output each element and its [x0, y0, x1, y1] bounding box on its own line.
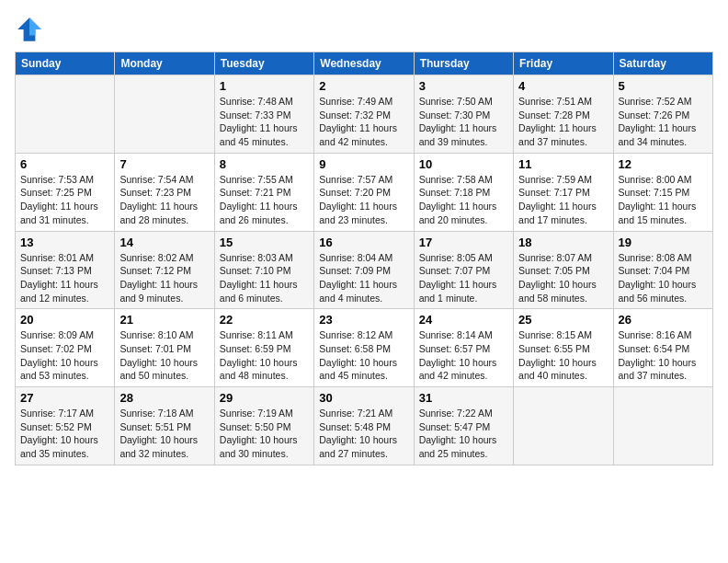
day-header-sunday: Sunday — [16, 52, 115, 75]
calendar-cell: 25Sunrise: 8:15 AM Sunset: 6:55 PM Dayli… — [514, 309, 613, 387]
calendar-cell: 12Sunrise: 8:00 AM Sunset: 7:15 PM Dayli… — [613, 153, 712, 231]
calendar-cell: 14Sunrise: 8:02 AM Sunset: 7:12 PM Dayli… — [115, 231, 214, 309]
calendar-cell: 28Sunrise: 7:18 AM Sunset: 5:51 PM Dayli… — [115, 387, 214, 465]
day-info: Sunrise: 8:01 AM Sunset: 7:13 PM Dayligh… — [20, 251, 109, 305]
day-info: Sunrise: 7:53 AM Sunset: 7:25 PM Dayligh… — [20, 173, 109, 227]
day-number: 24 — [419, 313, 508, 327]
day-info: Sunrise: 7:19 AM Sunset: 5:50 PM Dayligh… — [220, 407, 309, 461]
day-number: 17 — [419, 236, 508, 249]
day-info: Sunrise: 8:07 AM Sunset: 7:05 PM Dayligh… — [518, 251, 608, 305]
calendar-cell: 17Sunrise: 8:05 AM Sunset: 7:07 PM Dayli… — [414, 231, 513, 309]
day-info: Sunrise: 8:15 AM Sunset: 6:55 PM Dayligh… — [518, 328, 608, 383]
week-row-5: 27Sunrise: 7:17 AM Sunset: 5:52 PM Dayli… — [16, 387, 713, 465]
day-number: 16 — [319, 236, 408, 249]
week-row-3: 13Sunrise: 8:01 AM Sunset: 7:13 PM Dayli… — [16, 231, 713, 309]
calendar-cell — [514, 387, 613, 465]
day-number: 13 — [20, 236, 109, 249]
calendar-cell — [115, 75, 214, 154]
day-header-wednesday: Wednesday — [314, 52, 414, 75]
day-number: 9 — [319, 157, 408, 171]
calendar-cell: 18Sunrise: 8:07 AM Sunset: 7:05 PM Dayli… — [514, 231, 613, 309]
day-number: 10 — [419, 157, 508, 171]
day-info: Sunrise: 7:48 AM Sunset: 7:33 PM Dayligh… — [220, 95, 309, 149]
day-info: Sunrise: 8:12 AM Sunset: 6:58 PM Dayligh… — [319, 328, 408, 383]
calendar-cell: 3Sunrise: 7:50 AM Sunset: 7:30 PM Daylig… — [414, 75, 513, 154]
day-number: 21 — [119, 313, 209, 327]
day-info: Sunrise: 8:11 AM Sunset: 6:59 PM Dayligh… — [220, 328, 309, 383]
day-info: Sunrise: 7:55 AM Sunset: 7:21 PM Dayligh… — [220, 173, 309, 227]
calendar-cell: 9Sunrise: 7:57 AM Sunset: 7:20 PM Daylig… — [314, 153, 414, 231]
day-number: 27 — [20, 391, 109, 405]
calendar-cell: 5Sunrise: 7:52 AM Sunset: 7:26 PM Daylig… — [613, 75, 712, 154]
day-number: 8 — [220, 157, 309, 171]
day-number: 4 — [518, 79, 608, 93]
day-number: 6 — [20, 157, 109, 171]
day-info: Sunrise: 8:16 AM Sunset: 6:54 PM Dayligh… — [619, 328, 708, 383]
calendar-cell: 20Sunrise: 8:09 AM Sunset: 7:02 PM Dayli… — [16, 309, 115, 387]
day-info: Sunrise: 8:10 AM Sunset: 7:01 PM Dayligh… — [119, 328, 209, 383]
week-row-2: 6Sunrise: 7:53 AM Sunset: 7:25 PM Daylig… — [16, 153, 713, 231]
day-number: 29 — [220, 391, 309, 405]
day-info: Sunrise: 7:50 AM Sunset: 7:30 PM Dayligh… — [419, 95, 508, 149]
day-number: 30 — [319, 391, 408, 405]
day-info: Sunrise: 8:00 AM Sunset: 7:15 PM Dayligh… — [619, 173, 708, 227]
calendar-cell: 31Sunrise: 7:22 AM Sunset: 5:47 PM Dayli… — [414, 387, 513, 465]
day-info: Sunrise: 8:05 AM Sunset: 7:07 PM Dayligh… — [419, 251, 508, 305]
day-number: 11 — [518, 157, 608, 171]
day-number: 12 — [619, 157, 708, 171]
page-header — [15, 15, 713, 44]
day-info: Sunrise: 7:58 AM Sunset: 7:18 PM Dayligh… — [419, 173, 508, 227]
calendar-cell — [16, 75, 115, 154]
calendar-cell: 24Sunrise: 8:14 AM Sunset: 6:57 PM Dayli… — [414, 309, 513, 387]
week-row-4: 20Sunrise: 8:09 AM Sunset: 7:02 PM Dayli… — [16, 309, 713, 387]
day-info: Sunrise: 7:59 AM Sunset: 7:17 PM Dayligh… — [518, 173, 608, 227]
day-info: Sunrise: 8:08 AM Sunset: 7:04 PM Dayligh… — [619, 251, 708, 305]
day-number: 31 — [419, 391, 508, 405]
day-info: Sunrise: 8:14 AM Sunset: 6:57 PM Dayligh… — [419, 328, 508, 383]
day-info: Sunrise: 7:54 AM Sunset: 7:23 PM Dayligh… — [119, 173, 209, 227]
day-number: 3 — [419, 79, 508, 93]
calendar-cell: 23Sunrise: 8:12 AM Sunset: 6:58 PM Dayli… — [314, 309, 414, 387]
day-info: Sunrise: 7:51 AM Sunset: 7:28 PM Dayligh… — [518, 95, 608, 149]
day-info: Sunrise: 7:22 AM Sunset: 5:47 PM Dayligh… — [419, 407, 508, 461]
day-info: Sunrise: 8:04 AM Sunset: 7:09 PM Dayligh… — [319, 251, 408, 305]
calendar-cell: 4Sunrise: 7:51 AM Sunset: 7:28 PM Daylig… — [514, 75, 613, 154]
day-number: 1 — [220, 79, 309, 93]
day-number: 23 — [319, 313, 408, 327]
day-number: 7 — [119, 157, 209, 171]
calendar-cell: 10Sunrise: 7:58 AM Sunset: 7:18 PM Dayli… — [414, 153, 513, 231]
calendar-cell: 26Sunrise: 8:16 AM Sunset: 6:54 PM Dayli… — [613, 309, 712, 387]
calendar-cell: 27Sunrise: 7:17 AM Sunset: 5:52 PM Dayli… — [16, 387, 115, 465]
calendar-cell: 16Sunrise: 8:04 AM Sunset: 7:09 PM Dayli… — [314, 231, 414, 309]
calendar-cell: 22Sunrise: 8:11 AM Sunset: 6:59 PM Dayli… — [214, 309, 313, 387]
day-number: 25 — [518, 313, 608, 327]
calendar-cell: 11Sunrise: 7:59 AM Sunset: 7:17 PM Dayli… — [514, 153, 613, 231]
day-header-monday: Monday — [115, 52, 214, 75]
day-number: 2 — [319, 79, 408, 93]
day-info: Sunrise: 8:02 AM Sunset: 7:12 PM Dayligh… — [119, 251, 209, 305]
day-info: Sunrise: 7:17 AM Sunset: 5:52 PM Dayligh… — [20, 407, 109, 461]
day-info: Sunrise: 8:09 AM Sunset: 7:02 PM Dayligh… — [20, 328, 109, 383]
day-header-thursday: Thursday — [414, 52, 513, 75]
day-info: Sunrise: 7:18 AM Sunset: 5:51 PM Dayligh… — [119, 407, 209, 461]
svg-marker-1 — [29, 17, 41, 35]
calendar-cell: 21Sunrise: 8:10 AM Sunset: 7:01 PM Dayli… — [115, 309, 214, 387]
calendar-cell: 30Sunrise: 7:21 AM Sunset: 5:48 PM Dayli… — [314, 387, 414, 465]
calendar-cell: 6Sunrise: 7:53 AM Sunset: 7:25 PM Daylig… — [16, 153, 115, 231]
day-info: Sunrise: 8:03 AM Sunset: 7:10 PM Dayligh… — [220, 251, 309, 305]
day-number: 20 — [20, 313, 109, 327]
day-number: 18 — [518, 236, 608, 249]
logo-icon — [15, 15, 44, 44]
day-info: Sunrise: 7:52 AM Sunset: 7:26 PM Dayligh… — [619, 95, 708, 149]
calendar-cell: 15Sunrise: 8:03 AM Sunset: 7:10 PM Dayli… — [214, 231, 313, 309]
day-info: Sunrise: 7:49 AM Sunset: 7:32 PM Dayligh… — [319, 95, 408, 149]
day-header-friday: Friday — [514, 52, 613, 75]
day-number: 14 — [119, 236, 209, 249]
day-number: 19 — [619, 236, 708, 249]
calendar-cell: 1Sunrise: 7:48 AM Sunset: 7:33 PM Daylig… — [214, 75, 313, 154]
day-info: Sunrise: 7:57 AM Sunset: 7:20 PM Dayligh… — [319, 173, 408, 227]
day-info: Sunrise: 7:21 AM Sunset: 5:48 PM Dayligh… — [319, 407, 408, 461]
calendar-cell: 8Sunrise: 7:55 AM Sunset: 7:21 PM Daylig… — [214, 153, 313, 231]
calendar-cell: 29Sunrise: 7:19 AM Sunset: 5:50 PM Dayli… — [214, 387, 313, 465]
day-number: 15 — [220, 236, 309, 249]
